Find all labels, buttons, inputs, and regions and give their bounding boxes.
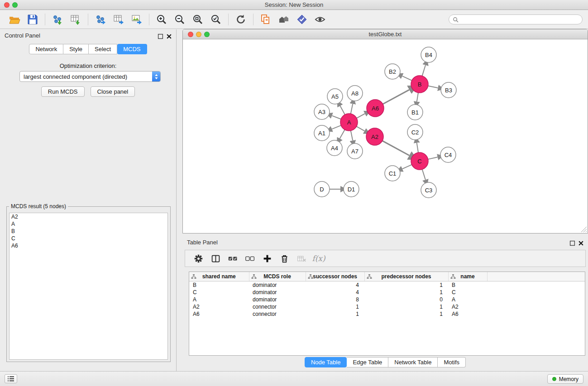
graph-edge-A-A2[interactable] — [357, 126, 365, 131]
graph-edge-B-B2[interactable] — [402, 76, 412, 81]
save-session-button[interactable] — [24, 12, 42, 27]
clear-table-button[interactable] — [295, 252, 308, 265]
tab-motifs[interactable]: Motifs — [438, 357, 466, 367]
graph-edge-A-A8[interactable] — [351, 104, 353, 114]
network-canvas[interactable]: AA6A2BCA1A3A4A5A7A8B1B2B3B4C1C2C3C4DD1 — [183, 39, 588, 233]
table-row[interactable]: Bdominator41B — [189, 281, 585, 289]
graph-node-C3[interactable]: C3 — [421, 182, 436, 198]
tab-network-table[interactable]: Network Table — [388, 357, 438, 367]
graph-node-A7[interactable]: A7 — [347, 143, 363, 159]
graph-edge-C-C1[interactable] — [402, 165, 412, 169]
export-network-button[interactable] — [91, 12, 110, 27]
table-settings-button[interactable] — [191, 252, 205, 265]
graph-node-A1[interactable]: A1 — [314, 125, 330, 141]
graph-edge-C-C3[interactable] — [422, 169, 425, 180]
graph-edge-A-A3[interactable] — [332, 116, 341, 119]
graph-edge-A6-B[interactable] — [383, 90, 409, 104]
graph-node-A3[interactable]: A3 — [314, 104, 330, 119]
column-header-shared-name[interactable]: shared name — [189, 272, 249, 281]
graph-node-A6[interactable]: A6 — [367, 100, 384, 117]
graph-edge-C-C2[interactable] — [417, 143, 418, 153]
column-header-MCDS-role[interactable]: MCDS role — [249, 272, 306, 281]
column-header-successor-nodes[interactable]: successor nodes — [306, 272, 364, 281]
graph-edge-A-A5[interactable] — [340, 106, 344, 114]
result-item[interactable]: A — [10, 220, 167, 228]
close-panel-button[interactable] — [166, 33, 172, 39]
search-field[interactable] — [449, 14, 583, 24]
graph-edge-C-C4[interactable] — [428, 157, 438, 159]
zoom-fit-button[interactable] — [189, 12, 207, 27]
function-builder-button[interactable]: f(x) — [312, 252, 325, 265]
tab-style[interactable]: Style — [63, 44, 89, 54]
run-mcds-button[interactable]: Run MCDS — [41, 86, 85, 97]
show-hide-button[interactable] — [311, 12, 329, 27]
graph-node-C2[interactable]: C2 — [407, 124, 423, 140]
graph-node-B[interactable]: B — [411, 76, 428, 93]
copy-document-button[interactable] — [257, 12, 275, 27]
graph-node-A2[interactable]: A2 — [366, 128, 383, 145]
tab-select[interactable]: Select — [89, 44, 117, 54]
export-table-button[interactable] — [110, 12, 128, 27]
table-row[interactable]: A2connector11A2 — [189, 303, 585, 310]
graph-node-C1[interactable]: C1 — [385, 166, 400, 181]
home-button[interactable] — [275, 12, 293, 27]
result-item[interactable]: A6 — [10, 242, 167, 249]
import-network-button[interactable] — [48, 12, 67, 27]
result-item[interactable]: A2 — [10, 213, 167, 220]
tab-edge-table[interactable]: Edge Table — [347, 357, 388, 367]
tab-mcds[interactable]: MCDS — [117, 44, 147, 54]
close-panel-action-button[interactable]: Close panel — [91, 86, 135, 97]
graph-node-B3[interactable]: B3 — [441, 82, 456, 98]
graph-node-C[interactable]: C — [411, 152, 428, 170]
float-panel-button[interactable] — [158, 33, 163, 39]
tab-node-table[interactable]: Node Table — [305, 357, 347, 367]
table-row[interactable]: Adominator80A — [189, 296, 585, 303]
graph-edge-A-A4[interactable] — [340, 130, 345, 139]
apply-style-button[interactable] — [293, 12, 311, 27]
zoom-in-button[interactable] — [153, 12, 171, 27]
refresh-button[interactable] — [232, 12, 250, 27]
search-input[interactable] — [461, 16, 578, 23]
resize-grip-icon[interactable] — [581, 226, 587, 233]
show-columns-button[interactable] — [209, 252, 222, 265]
graph-node-B1[interactable]: B1 — [407, 105, 423, 120]
zoom-selected-button[interactable] — [207, 12, 225, 27]
graph-edge-A2-C[interactable] — [382, 141, 409, 155]
graph-edge-A-A6[interactable] — [357, 114, 365, 118]
graph-edge-A-A1[interactable] — [332, 125, 341, 129]
close-table-panel-button[interactable] — [578, 240, 584, 246]
graph-edge-B-B4[interactable] — [422, 65, 425, 76]
zoom-out-button[interactable] — [171, 12, 189, 27]
graph-node-A[interactable]: A — [340, 114, 358, 131]
open-session-button[interactable] — [5, 12, 24, 27]
result-item[interactable]: B — [10, 228, 167, 235]
table-row[interactable]: Cdominator41C — [189, 289, 585, 296]
select-all-rows-button[interactable] — [226, 252, 239, 265]
column-header-name[interactable]: name — [448, 272, 487, 281]
import-table-button[interactable] — [67, 12, 85, 27]
result-item[interactable]: C — [10, 235, 167, 242]
graph-node-B4[interactable]: B4 — [421, 47, 436, 62]
table-row[interactable]: A6connector11A6 — [189, 310, 585, 318]
deselect-all-rows-button[interactable] — [243, 252, 257, 265]
memory-button[interactable]: Memory — [547, 374, 583, 384]
float-table-panel-button[interactable] — [569, 240, 575, 246]
graph-node-B2[interactable]: B2 — [385, 64, 400, 79]
tab-network[interactable]: Network — [29, 44, 63, 54]
graph-edge-B-B1[interactable] — [417, 93, 418, 102]
export-image-button[interactable] — [128, 12, 146, 27]
graph-node-A4[interactable]: A4 — [327, 140, 342, 156]
graph-node-D1[interactable]: D1 — [344, 181, 359, 197]
refresh-icon — [235, 14, 247, 25]
graph-edge-B-B3[interactable] — [428, 86, 438, 88]
task-history-button[interactable] — [5, 374, 17, 383]
column-header-predecessor-nodes[interactable]: predecessor nodes — [364, 272, 448, 281]
optimization-criterion-select[interactable]: largest connected component (directed) — [19, 71, 161, 82]
graph-edge-A-A7[interactable] — [351, 131, 353, 141]
graph-node-A8[interactable]: A8 — [347, 86, 363, 101]
graph-node-D[interactable]: D — [314, 181, 330, 197]
graph-node-A5[interactable]: A5 — [327, 89, 343, 104]
add-column-button[interactable] — [260, 252, 274, 265]
delete-column-button[interactable] — [277, 252, 291, 265]
graph-node-C4[interactable]: C4 — [440, 147, 456, 162]
